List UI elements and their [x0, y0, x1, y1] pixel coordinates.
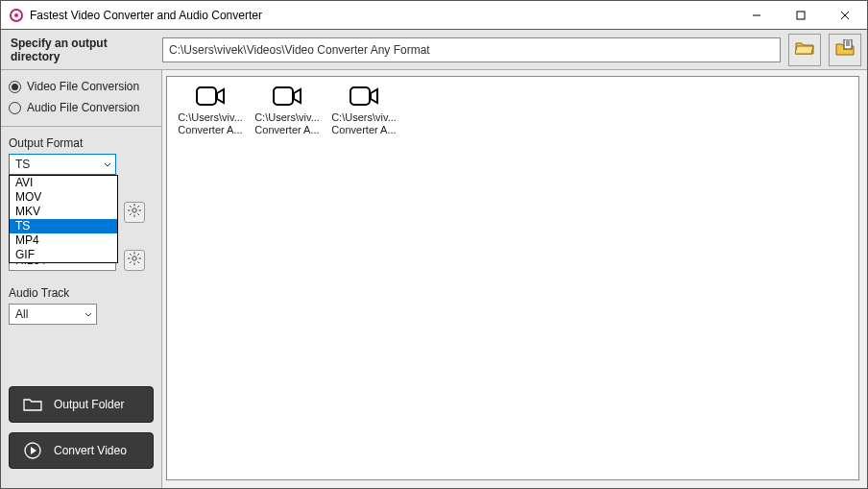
- window-title: Fastest Video Converter and Audio Conver…: [30, 9, 262, 22]
- maximize-button[interactable]: [779, 1, 823, 30]
- file-list-panel: C:\Users\viv... Converter A... C:\Users\…: [166, 76, 859, 480]
- video-settings-button[interactable]: [124, 202, 145, 223]
- folder-icon: [23, 395, 42, 414]
- video-file-icon: [273, 86, 301, 108]
- svg-line-16: [137, 213, 139, 215]
- svg-point-10: [133, 208, 136, 212]
- minimize-button[interactable]: [735, 1, 779, 30]
- chevron-down-icon: [104, 158, 111, 171]
- output-format-select[interactable]: TS AVI MOV MKV TS MP4 GIF: [9, 154, 116, 175]
- radio-video-conversion[interactable]: Video File Conversion: [9, 76, 154, 97]
- output-directory-label: Specify an output directory: [11, 37, 155, 63]
- output-format-dropdown: AVI MOV MKV TS MP4 GIF: [9, 175, 118, 263]
- svg-point-1: [14, 13, 18, 17]
- radio-icon: [9, 81, 21, 93]
- select-value: TS: [15, 158, 30, 171]
- option-mov[interactable]: MOV: [10, 190, 117, 205]
- radio-audio-conversion[interactable]: Audio File Conversion: [9, 97, 154, 118]
- output-directory-input[interactable]: [162, 37, 781, 62]
- folder-document-icon: [835, 39, 855, 61]
- convert-icon: [23, 441, 42, 460]
- file-label-line2: Converter A...: [330, 124, 398, 136]
- svg-line-26: [137, 254, 139, 256]
- file-label-line2: Converter A...: [177, 124, 244, 136]
- option-gif[interactable]: GIF: [10, 248, 117, 262]
- file-item[interactable]: C:\Users\viv... Converter A...: [253, 86, 321, 136]
- button-label: Convert Video: [54, 444, 127, 457]
- content-area: Video File Conversion Audio File Convers…: [1, 70, 867, 488]
- radio-icon: [9, 102, 21, 114]
- divider: [1, 126, 161, 127]
- option-mp4[interactable]: MP4: [10, 233, 117, 248]
- svg-line-15: [130, 206, 132, 208]
- close-button[interactable]: [823, 1, 867, 30]
- chevron-down-icon: [84, 307, 92, 321]
- file-label-line2: Converter A...: [253, 124, 321, 136]
- convert-video-button[interactable]: Convert Video: [9, 432, 154, 469]
- svg-rect-30: [274, 87, 293, 105]
- open-output-folder-button[interactable]: [829, 34, 861, 66]
- button-label: Output Folder: [54, 398, 124, 411]
- svg-rect-31: [350, 87, 370, 105]
- output-folder-button[interactable]: Output Folder: [9, 386, 154, 423]
- file-label-line1: C:\Users\viv...: [253, 111, 321, 124]
- option-avi[interactable]: AVI: [10, 176, 117, 190]
- video-file-icon: [350, 86, 378, 108]
- sidebar: Video File Conversion Audio File Convers…: [1, 70, 162, 488]
- gear-icon: [128, 252, 141, 269]
- audio-track-select[interactable]: All: [9, 304, 97, 325]
- app-window: Fastest Video Converter and Audio Conver…: [0, 0, 868, 489]
- audio-track-label: Audio Track: [9, 286, 154, 300]
- svg-point-19: [133, 257, 136, 260]
- radio-label: Audio File Conversion: [27, 101, 139, 114]
- option-ts[interactable]: TS: [10, 219, 117, 233]
- svg-rect-29: [197, 87, 216, 105]
- svg-line-17: [137, 206, 139, 208]
- title-bar: Fastest Video Converter and Audio Conver…: [1, 1, 867, 30]
- gear-icon: [128, 204, 141, 221]
- select-value: All: [15, 307, 28, 321]
- file-label-line1: C:\Users\viv...: [177, 111, 244, 124]
- browse-folder-button[interactable]: [788, 34, 821, 66]
- svg-line-18: [130, 213, 132, 215]
- file-label-line1: C:\Users\viv...: [330, 111, 398, 124]
- svg-line-25: [137, 261, 139, 263]
- svg-line-27: [130, 261, 132, 263]
- option-mkv[interactable]: MKV: [10, 205, 117, 219]
- file-grid: C:\Users\viv... Converter A... C:\Users\…: [177, 86, 849, 136]
- codec-settings-button[interactable]: [124, 250, 145, 271]
- svg-line-24: [130, 254, 132, 256]
- video-file-icon: [196, 86, 225, 108]
- svg-rect-3: [797, 12, 805, 19]
- file-item[interactable]: C:\Users\viv... Converter A...: [177, 86, 244, 136]
- file-item[interactable]: C:\Users\viv... Converter A...: [330, 86, 398, 136]
- app-icon: [9, 8, 24, 23]
- folder-open-icon: [795, 40, 814, 60]
- output-directory-bar: Specify an output directory: [1, 30, 867, 70]
- output-format-label: Output Format: [9, 136, 154, 150]
- radio-label: Video File Conversion: [27, 80, 139, 93]
